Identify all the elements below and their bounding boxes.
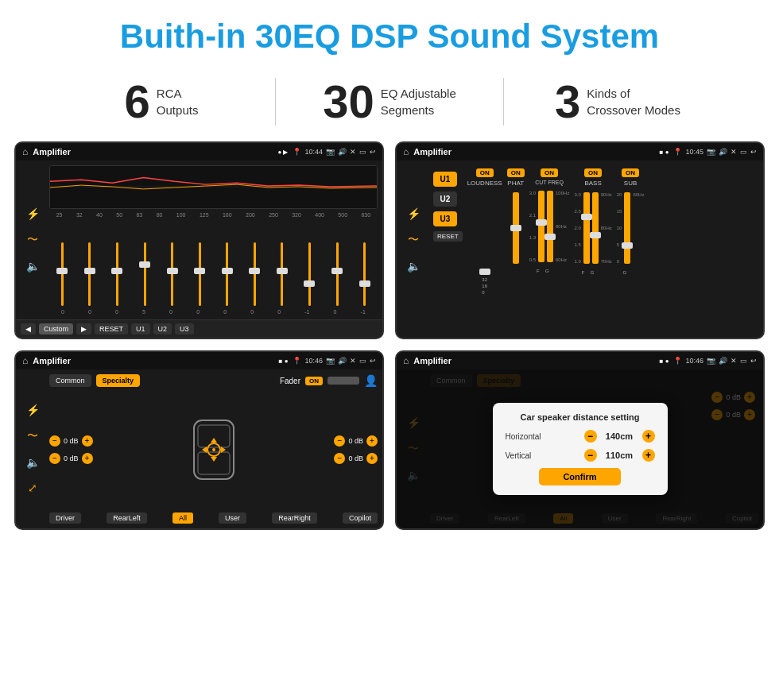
tl-minus[interactable]: − xyxy=(49,435,60,447)
sub-slider-g[interactable]: G xyxy=(624,192,630,264)
phat-on-badge: ON xyxy=(507,168,525,177)
bass-slider-g[interactable]: G xyxy=(592,192,599,264)
fd-filter-icon[interactable]: ⚡ xyxy=(26,404,40,416)
cx-filter-icon[interactable]: ⚡ xyxy=(407,207,421,220)
dialog-screenshot: ⌂ Amplifier ■ ● 📍 10:46 📷🔊✕▭↩ ⚡ 〜 🔈 Comm… xyxy=(395,350,765,530)
eq-u3-btn[interactable]: U3 xyxy=(175,323,194,335)
br-minus[interactable]: − xyxy=(334,453,345,464)
rearleft-btn[interactable]: RearLeft xyxy=(107,512,147,524)
speaker-right: − 0 dB + − 0 dB + xyxy=(334,435,378,464)
vertical-minus[interactable]: − xyxy=(584,449,597,462)
fader-dot-icons: ■ ● xyxy=(279,358,289,365)
horizontal-minus[interactable]: − xyxy=(584,430,597,443)
eq-slider-1[interactable] xyxy=(61,242,64,306)
eq-slider-5[interactable] xyxy=(171,242,173,306)
fd-expand-icon[interactable]: ⤢ xyxy=(28,481,37,494)
eq-slider-8[interactable] xyxy=(254,242,256,306)
loudness-slider[interactable] xyxy=(482,189,488,269)
sub-on-badge: ON xyxy=(622,168,639,177)
rearright-btn[interactable]: RearRight xyxy=(272,512,317,524)
fader-screen-body: ⚡ 〜 🔈 ⤢ Common Specialty Fader ON 👤 xyxy=(16,369,382,528)
cutfreq-on-badge: ON xyxy=(541,168,558,177)
cutfreq-sliders: 3.02.11.30.5 F G 100Hz80Hz60 xyxy=(529,191,570,262)
cx-speaker-icon[interactable]: 🔈 xyxy=(407,260,421,273)
eq-reset-btn[interactable]: RESET xyxy=(95,323,128,335)
u-buttons: U1 U2 U3 RESET xyxy=(433,168,463,311)
cx-u2-btn[interactable]: U2 xyxy=(433,191,457,207)
vertical-value: 110cm xyxy=(602,451,638,460)
eq-sliders-row[interactable] xyxy=(49,221,378,306)
br-plus[interactable]: + xyxy=(366,453,378,464)
horizontal-plus[interactable]: + xyxy=(642,430,655,443)
eq-bottom-bar: ◀ Custom ▶ RESET U1 U2 U3 xyxy=(16,319,382,338)
eq-filter-icon[interactable]: ⚡ xyxy=(26,207,40,220)
eq-u2-btn[interactable]: U2 xyxy=(153,323,172,335)
eq-slider-7[interactable] xyxy=(226,242,228,306)
eq-dot-icons: ● ▶ xyxy=(277,149,288,156)
cx-wave-icon[interactable]: 〜 xyxy=(408,233,419,247)
fader-on-badge: ON xyxy=(305,377,323,385)
tr-value: 0 dB xyxy=(348,437,363,445)
eq-u1-btn[interactable]: U1 xyxy=(131,323,150,335)
eq-screen-body: ⚡ 〜 🔈 253240506380 xyxy=(16,160,382,319)
phat-slider[interactable] xyxy=(513,192,519,264)
fader-home-icon: ⌂ xyxy=(22,355,28,366)
speaker-bl: − 0 dB + xyxy=(49,453,93,464)
user-btn[interactable]: User xyxy=(219,512,246,524)
fader-h-sliders[interactable] xyxy=(327,377,359,385)
phat-control: ON PHAT xyxy=(507,168,525,311)
eq-wave-icon[interactable]: 〜 xyxy=(27,233,38,247)
speaker-tl: − 0 dB + xyxy=(49,435,93,447)
crossover-status-icons: 📍 10:45 📷🔊✕▭↩ xyxy=(673,148,757,156)
all-btn[interactable]: All xyxy=(172,512,193,524)
svg-marker-7 xyxy=(211,438,217,443)
eq-slider-2[interactable] xyxy=(88,242,91,306)
bl-plus[interactable]: + xyxy=(82,453,93,464)
crossover-main: U1 U2 U3 RESET ON LOUDNESS xyxy=(430,165,758,315)
bass-slider-f[interactable]: F xyxy=(583,192,590,264)
eq-slider-11[interactable] xyxy=(336,242,339,306)
eq-screenshot: ⌂ Amplifier ● ▶ 📍 10:44 📷 🔊 ✕ ▭ ↩ ⚡ 〜 🔈 xyxy=(14,141,384,339)
tl-plus[interactable]: + xyxy=(82,435,93,447)
tr-minus[interactable]: − xyxy=(334,435,345,447)
bl-value: 0 dB xyxy=(64,454,79,462)
eq-speaker-icon[interactable]: 🔈 xyxy=(26,260,40,273)
fd-wave-icon[interactable]: 〜 xyxy=(27,429,38,443)
tr-plus[interactable]: + xyxy=(366,435,378,447)
cutfreq-slider-g[interactable]: G xyxy=(547,191,553,262)
bl-minus[interactable]: − xyxy=(49,453,60,464)
fader-sidebar: ⚡ 〜 🔈 ⤢ xyxy=(21,374,45,524)
eq-preset-btn[interactable]: Custom xyxy=(39,323,73,335)
copilot-btn[interactable]: Copilot xyxy=(343,512,378,524)
cx-u1-btn[interactable]: U1 xyxy=(433,172,457,187)
eq-play-btn[interactable]: ▶ xyxy=(76,323,91,335)
common-tab[interactable]: Common xyxy=(49,374,91,387)
specialty-tab[interactable]: Specialty xyxy=(96,374,141,387)
eq-x-icon: ✕ xyxy=(350,148,356,156)
eq-slider-10[interactable] xyxy=(308,242,311,306)
eq-value-labels: 000500 000-10-1 xyxy=(49,309,378,315)
cutfreq-slider-f[interactable]: F xyxy=(538,191,545,262)
vertical-stepper: − 110cm + xyxy=(584,449,655,462)
eq-slider-12[interactable] xyxy=(363,242,366,306)
confirm-button[interactable]: Confirm xyxy=(539,468,620,485)
eq-slider-6[interactable] xyxy=(199,242,201,306)
crossover-dot-icons: ■ ● xyxy=(660,149,669,156)
fd-speaker-icon[interactable]: 🔈 xyxy=(26,456,40,469)
cx-reset-btn[interactable]: RESET xyxy=(433,231,463,242)
sub-label: SUB xyxy=(624,180,637,187)
speaker-br: − 0 dB + xyxy=(334,453,378,464)
eq-slider-4[interactable] xyxy=(144,242,146,306)
crossover-screenshot: ⌂ Amplifier ■ ● 📍 10:45 📷🔊✕▭↩ ⚡ 〜 🔈 U1 U… xyxy=(395,141,765,339)
cx-u3-btn[interactable]: U3 xyxy=(433,211,457,226)
eq-slider-9[interactable] xyxy=(281,242,283,306)
volume-icon: 🔊 xyxy=(338,148,347,156)
vertical-plus[interactable]: + xyxy=(642,449,655,462)
eq-prev-btn[interactable]: ◀ xyxy=(21,323,36,335)
stat-text-crossover: Kinds of Crossover Modes xyxy=(587,85,680,118)
loudness-control: ON LOUDNESS 4832160 xyxy=(467,168,502,311)
fader-status-bar: ⌂ Amplifier ■ ● 📍 10:46 📷🔊✕▭↩ xyxy=(16,352,382,369)
eq-slider-3[interactable] xyxy=(116,242,118,306)
eq-status-icons: 📍 10:44 📷 🔊 ✕ ▭ ↩ xyxy=(293,148,376,156)
driver-btn[interactable]: Driver xyxy=(49,512,81,524)
